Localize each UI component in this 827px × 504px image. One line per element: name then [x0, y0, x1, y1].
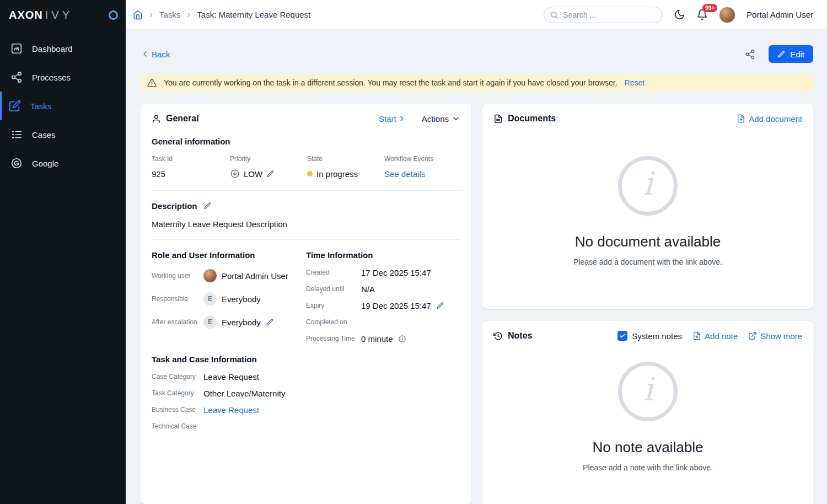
sidebar-item-google[interactable]: Google	[0, 149, 126, 178]
sidebar-item-label: Tasks	[30, 101, 51, 111]
task-category-value: Other Leave/Maternity	[203, 389, 285, 398]
edit-escalation-icon[interactable]	[266, 318, 274, 326]
task-id-field: Task Id 925	[152, 155, 230, 180]
show-more-link[interactable]: Show more	[748, 331, 802, 341]
tasks-icon	[9, 100, 21, 112]
sidebar-item-tasks[interactable]: Tasks	[0, 92, 126, 120]
notifications-button[interactable]: 99+	[696, 9, 708, 20]
app-logo[interactable]: AXON IVY	[0, 0, 126, 30]
sidebar-item-label: Processes	[32, 73, 71, 82]
breadcrumb-current: Task: Maternity Leave Request	[197, 10, 310, 19]
processing-time-label: Processing Time	[306, 335, 361, 342]
delayed-until-label: Delayed until	[306, 285, 361, 293]
columns: General Start Actions General informatio…	[141, 104, 813, 504]
share-icon[interactable]	[745, 49, 755, 60]
home-icon[interactable]	[133, 10, 143, 20]
workflow-events-field: Workflow Events See details	[384, 155, 460, 180]
technical-case-label: Technical Case	[152, 422, 203, 430]
completed-on-row: Completed on	[306, 314, 460, 330]
logo-text-ivy: IVY	[45, 9, 73, 22]
start-task-button[interactable]: Start	[379, 114, 406, 124]
business-case-link[interactable]: Leave Request	[203, 405, 259, 415]
state-value: In progress	[316, 169, 358, 179]
case-category-label: Case Category	[152, 373, 203, 380]
add-document-link[interactable]: Add document	[737, 114, 802, 124]
system-notes-toggle[interactable]: System notes	[617, 331, 682, 341]
documents-empty-hint: Please add a document with the link abov…	[573, 258, 722, 266]
documents-empty-state: i No document available Please add a doc…	[493, 124, 802, 299]
chevron-right-icon	[398, 114, 406, 123]
breadcrumb-tasks[interactable]: Tasks	[159, 10, 180, 19]
chevron-right-icon	[147, 11, 155, 19]
external-link-icon	[748, 331, 757, 340]
dark-mode-toggle[interactable]	[674, 9, 685, 20]
edit-description-icon[interactable]	[203, 202, 212, 210]
after-escalation-value: Everybody	[222, 318, 261, 327]
general-title-group: General	[152, 114, 199, 124]
system-notes-label: System notes	[632, 331, 682, 341]
add-note-link[interactable]: Add note	[692, 331, 738, 341]
description-text: Maternity Leave Request Description	[152, 219, 460, 229]
chevron-down-icon	[452, 114, 460, 123]
technical-case-row: Technical Case	[152, 418, 460, 435]
moon-icon	[674, 9, 685, 20]
responsible-row: Responsible E Everybody	[152, 287, 306, 310]
responsible-value: Everybody	[222, 294, 261, 304]
documents-card: Documents Add document i No document ava…	[482, 104, 813, 309]
completed-on-label: Completed on	[306, 318, 361, 326]
notes-title: Notes	[508, 331, 532, 341]
add-note-label: Add note	[705, 331, 738, 341]
info-icon[interactable]	[398, 335, 406, 343]
divider	[152, 190, 460, 191]
documents-title: Documents	[508, 114, 556, 124]
role-user-title: Role and User Information	[152, 250, 306, 260]
chevron-left-icon	[141, 50, 149, 58]
responsible-avatar: E	[203, 292, 217, 305]
sidebar: AXON IVY Dashboard Processes Tasks	[0, 0, 126, 504]
general-information-grid: Task Id 925 Priority LOW	[152, 155, 460, 180]
actions-label: Actions	[422, 114, 449, 124]
reset-task-link[interactable]: Reset	[625, 78, 645, 87]
user-avatar[interactable]	[719, 7, 735, 23]
task-case-title: Task and Case Information	[152, 355, 460, 364]
right-column: Documents Add document i No document ava…	[482, 104, 813, 504]
edit-priority-icon[interactable]	[266, 170, 275, 178]
general-information-section: General information Task Id 925 Priority	[152, 137, 460, 180]
general-card-header: General Start Actions	[152, 114, 460, 124]
global-search	[544, 7, 663, 23]
processing-time-row: Processing Time 0 minute	[306, 330, 460, 347]
notification-badge: 99+	[702, 4, 717, 12]
sidebar-item-dashboard[interactable]: Dashboard	[0, 34, 126, 63]
after-escalation-label: After escalation	[152, 318, 203, 326]
created-row: Created 17 Dec 2025 15:47	[306, 264, 460, 281]
expiry-value: 19 Dec 2025 15:47	[361, 301, 431, 310]
priority-field: Priority LOW	[230, 155, 307, 180]
edit-button[interactable]: Edit	[769, 45, 813, 63]
general-card: General Start Actions General informatio…	[141, 104, 471, 504]
processes-icon	[10, 71, 23, 83]
sidebar-item-cases[interactable]: Cases	[0, 120, 126, 149]
warning-icon	[147, 78, 157, 88]
see-details-link[interactable]: See details	[384, 169, 425, 179]
working-user-value: Portal Admin User	[222, 271, 288, 281]
description-title: Description	[152, 201, 197, 211]
state-label: State	[307, 155, 384, 163]
show-more-label: Show more	[760, 331, 802, 341]
checkbox-checked-icon	[617, 331, 627, 341]
sidebar-item-processes[interactable]: Processes	[0, 63, 126, 92]
edit-expiry-icon[interactable]	[436, 302, 444, 310]
delayed-until-row: Delayed until N/A	[306, 281, 460, 297]
add-document-icon	[737, 114, 745, 123]
documents-empty-title: No document available	[575, 233, 721, 250]
warning-message: You are currently working on the task in…	[164, 78, 617, 87]
state-field: State In progress	[307, 155, 384, 180]
case-category-row: Case Category Leave Request	[152, 368, 460, 385]
actions-menu-button[interactable]: Actions	[422, 114, 460, 124]
search-icon	[550, 10, 559, 19]
after-escalation-row: After escalation E Everybody	[152, 310, 306, 334]
search-input[interactable]	[544, 7, 663, 23]
priority-label: Priority	[230, 155, 307, 163]
user-menu[interactable]: Portal Admin User	[747, 10, 813, 19]
back-button[interactable]: Back	[141, 50, 170, 59]
topbar-right: 99+ Portal Admin User	[544, 7, 813, 23]
